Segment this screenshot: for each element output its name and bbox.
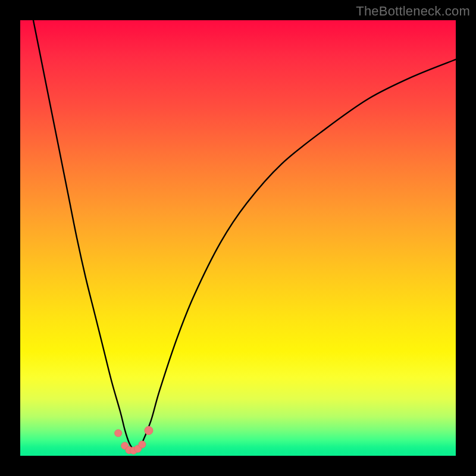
highlight-markers [115,427,153,455]
plot-area [20,20,456,456]
chart-svg [20,20,456,456]
chart-frame: TheBottleneck.com [0,0,476,476]
highlight-point [115,430,122,437]
highlight-point [145,427,153,435]
bottleneck-curve [33,20,456,450]
watermark-text: TheBottleneck.com [356,4,470,19]
highlight-point [139,441,146,448]
